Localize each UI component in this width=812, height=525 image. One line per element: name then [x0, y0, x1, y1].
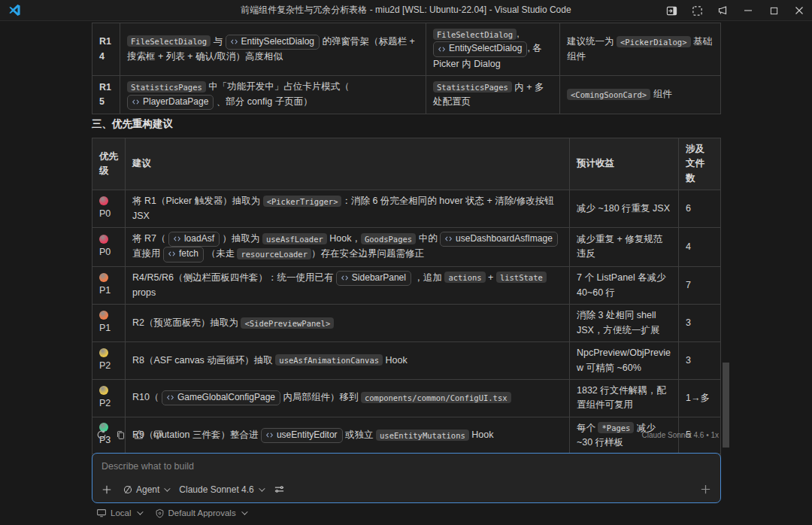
inline-code-chip: StatisticsPages — [433, 81, 512, 93]
advice-cell: 建议统一为 <PickerDialog> 基础组件 — [560, 23, 721, 76]
title-bar: 前端组件复杂性与冗余分析表格 - miu2d [WSL: Ubuntu-22.0… — [0, 0, 812, 21]
chevron-down-icon — [137, 508, 143, 514]
symbol-link-chip[interactable]: SidebarPanel — [336, 271, 411, 286]
benefit-cell: 7 个 ListPanel 各减少 40~60 行 — [570, 266, 679, 305]
symbol-link-chip[interactable]: PlayerDataPage — [127, 95, 214, 110]
customize-layout-icon[interactable] — [684, 0, 710, 21]
priority-cell: P0 — [92, 190, 126, 228]
chevron-down-icon — [259, 485, 265, 491]
symbol-link-chip[interactable]: loadAsf — [168, 232, 220, 247]
advice-cell: <ComingSoonCard> 组件 — [560, 76, 721, 114]
description-cell: FileSelectDialog 与 EntitySelectDialog 的弹… — [120, 23, 426, 76]
benefit-cell: 减少 ~180 行重复 JSX — [570, 190, 679, 228]
symbol-link-chip[interactable]: EntitySelectDialog — [433, 41, 527, 56]
symbol-link-chip[interactable]: GameGlobalConfigPage — [162, 390, 280, 405]
benefit-cell: 减少重复 + 修复规范违反 — [570, 227, 679, 266]
priority-table-header-row: 优先级建议预计收益涉及文件数 — [92, 138, 721, 190]
section-title: 三、优先重构建议 — [92, 117, 173, 131]
priority-table: 优先级建议预计收益涉及文件数 P0将 R1（Picker 触发器）抽取为 <Pi… — [92, 138, 721, 492]
symbol-icon — [132, 98, 140, 106]
message-actions — [95, 429, 164, 441]
agent-icon — [123, 484, 133, 495]
location-cell: FileSelectDialog, EntitySelectDialog, 各 … — [426, 23, 560, 76]
inline-code-chip: <PickerDialog> — [617, 36, 691, 47]
file-count-cell: 3 — [679, 305, 721, 342]
approvals-dropdown[interactable]: Default Approvals — [155, 508, 246, 518]
announcement-icon[interactable] — [710, 0, 735, 21]
inline-code-chip: GoodsPages — [361, 233, 416, 244]
benefit-cell: 消除 3 处相同 shell JSX，方便统一扩展 — [570, 305, 679, 342]
table-row: R15StatisticsPages 中「功能开发中」占位卡片模式（ Playe… — [92, 76, 721, 114]
symbol-link-chip[interactable]: fetch — [163, 247, 204, 262]
file-count-cell: 3 — [679, 342, 721, 380]
suggestion-cell: R4/R5/R6（侧边栏面板四件套）：统一使用已有 SidebarPanel ，… — [126, 266, 570, 305]
inline-code-chip: listState — [496, 272, 547, 283]
retry-icon[interactable] — [95, 429, 108, 441]
shield-icon — [155, 508, 165, 518]
priority-cell: P1 — [92, 266, 126, 305]
priority-dot-icon — [99, 311, 108, 320]
tools-config-icon[interactable] — [271, 481, 288, 497]
table-row: P1R2（预览面板壳）抽取为 <SidePreviewPanel>消除 3 处相… — [92, 305, 721, 342]
column-header: 优先级 — [92, 138, 126, 190]
suggestion-cell: 将 R1（Picker 触发器）抽取为 <PickerTrigger>：消除 6… — [126, 190, 570, 228]
priority-dot-icon — [99, 386, 108, 395]
inline-code-chip: useEntityMutations — [376, 429, 469, 441]
symbol-link-chip[interactable]: useDashboardAsfImage — [440, 232, 558, 247]
symbol-icon — [341, 274, 349, 282]
symbol-icon — [265, 431, 274, 439]
symbol-link-chip[interactable]: EntitySelectDialog — [226, 35, 320, 50]
symbol-icon — [173, 235, 181, 243]
row-id: R14 — [92, 23, 120, 76]
agent-mode-dropdown[interactable]: Agent — [120, 482, 171, 497]
scrollbar-thumb[interactable] — [723, 363, 729, 448]
description-cell: StatisticsPages 中「功能开发中」占位卡片模式（ PlayerDa… — [120, 76, 426, 114]
table-row: P1R4/R5/R6（侧边栏面板四件套）：统一使用已有 SidebarPanel… — [92, 266, 721, 305]
inline-code-chip: FileSelectDialog — [433, 29, 517, 40]
chat-input-box[interactable]: Describe what to build Agent Claude Sonn… — [92, 453, 721, 503]
file-count-cell: 4 — [679, 227, 721, 266]
thumbs-up-icon[interactable] — [133, 429, 145, 441]
inline-code-chip: components/common/ConfigUI.tsx — [361, 392, 511, 403]
priority-cell: P2 — [92, 342, 126, 380]
chevron-down-icon — [165, 485, 171, 491]
chat-input-placeholder: Describe what to build — [102, 461, 194, 472]
symbol-icon — [168, 250, 176, 258]
monitor-icon — [96, 508, 107, 518]
copy-icon[interactable] — [114, 429, 126, 441]
minimize-button[interactable] — [735, 0, 761, 21]
maximize-button[interactable] — [761, 0, 786, 21]
location-cell: StatisticsPages 内 + 多处配置页 — [426, 76, 560, 114]
symbol-icon — [444, 235, 453, 243]
symbol-link-chip[interactable]: useEntityEditor — [261, 428, 343, 443]
vscode-window: 前端组件复杂性与冗余分析表格 - miu2d [WSL: Ubuntu-22.0… — [0, 0, 812, 525]
suggestion-cell: R9（mutation 三件套）整合进 useEntityEditor 或独立 … — [126, 417, 570, 454]
inline-code-chip: actions — [444, 272, 485, 283]
priority-cell: P2 — [92, 379, 126, 417]
attach-context-button[interactable] — [98, 482, 115, 497]
suggestion-cell: R10（ GameGlobalConfigPage 内局部组件）移到 compo… — [126, 379, 570, 417]
thumbs-down-icon[interactable] — [152, 429, 164, 441]
symbol-icon — [166, 393, 174, 402]
table-row: R14FileSelectDialog 与 EntitySelectDialog… — [92, 23, 721, 76]
priority-dot-icon — [99, 196, 108, 205]
toggle-secondary-sidebar-icon[interactable] — [659, 0, 684, 21]
redundancy-table-body: R14FileSelectDialog 与 EntitySelectDialog… — [92, 23, 721, 114]
model-usage-note: Claude Sonnet 4.6 • 1x — [642, 431, 719, 439]
row-id: R15 — [92, 76, 120, 114]
environment-label: Local — [111, 508, 132, 517]
table-row: P2R10（ GameGlobalConfigPage 内局部组件）移到 com… — [92, 379, 721, 417]
file-count-cell: 7 — [679, 266, 721, 305]
model-picker-label: Claude Sonnet 4.6 — [179, 484, 253, 495]
inline-code-chip: FileSelectDialog — [127, 35, 211, 47]
benefit-cell: 1832 行文件解耦，配置组件可复用 — [570, 379, 679, 417]
inline-code-chip: *Pages — [598, 422, 634, 433]
close-button[interactable] — [786, 0, 812, 21]
send-plus-icon[interactable] — [697, 481, 714, 497]
table-row: P0将 R1（Picker 触发器）抽取为 <PickerTrigger>：消除… — [92, 190, 721, 228]
column-header: 预计收益 — [570, 138, 679, 190]
inline-code-chip: <SidePreviewPanel> — [241, 317, 334, 329]
environment-dropdown[interactable]: Local — [96, 508, 141, 518]
suggestion-cell: 将 R7（ loadAsf ）抽取为 useAsfLoader Hook，Goo… — [126, 227, 570, 266]
model-picker-dropdown[interactable]: Claude Sonnet 4.6 — [176, 482, 265, 497]
